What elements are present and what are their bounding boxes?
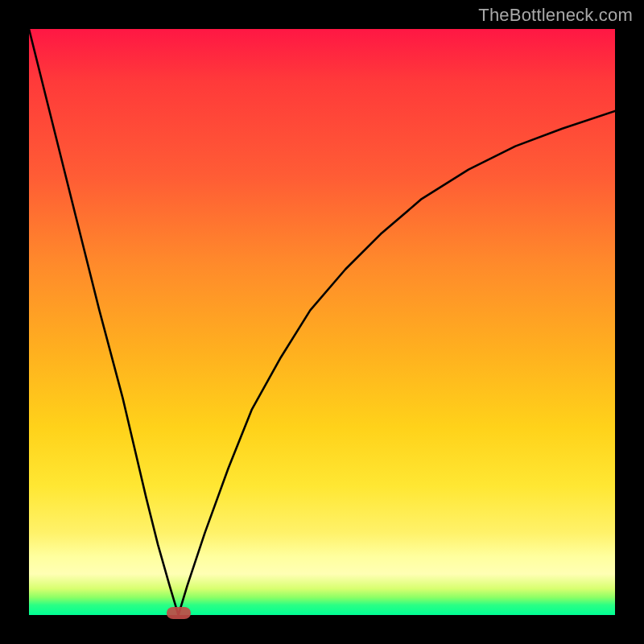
minimum-marker: [167, 607, 191, 619]
chart-frame: TheBottleneck.com: [0, 0, 644, 644]
plot-area: [29, 29, 615, 615]
bottleneck-curve: [29, 29, 615, 615]
watermark-text: TheBottleneck.com: [478, 5, 633, 26]
